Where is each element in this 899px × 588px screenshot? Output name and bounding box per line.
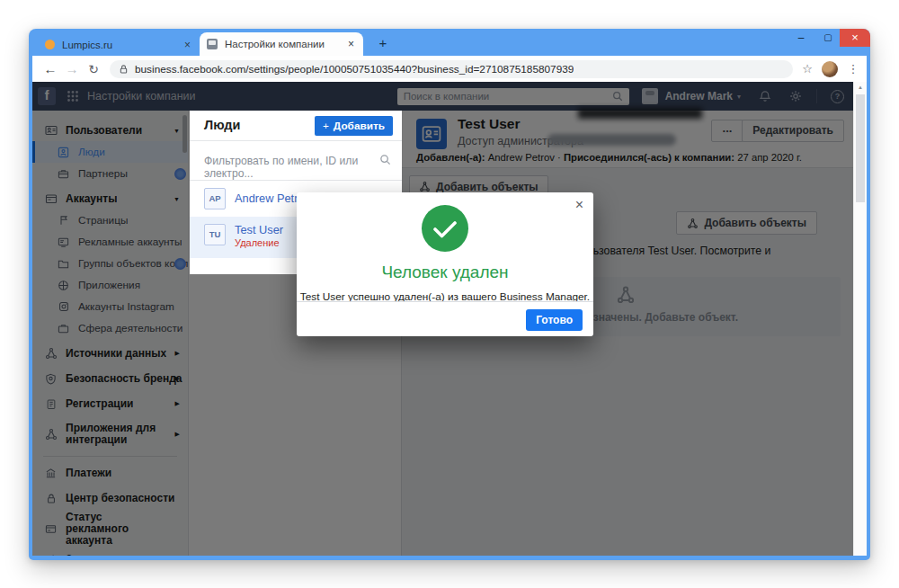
browser-tab-lumpics[interactable]: Lumpics.ru ×	[38, 33, 200, 56]
success-check-icon	[422, 205, 468, 252]
url-text: business.facebook.com/settings/people/10…	[135, 63, 574, 76]
modal-title: Человек удален	[297, 263, 593, 282]
tab-title: Lumpics.ru	[62, 40, 182, 50]
browser-titlebar: Lumpics.ru × Настройки компании × + – ▢ …	[29, 29, 870, 56]
person-initials-avatar: TU	[204, 224, 226, 245]
business-manager-favicon	[207, 39, 218, 49]
close-icon[interactable]: ×	[575, 197, 583, 213]
person-deleted-modal: × Человек удален Test User успешно удале…	[297, 192, 593, 336]
window-minimize-button[interactable]: –	[789, 29, 813, 47]
person-status: Удаление	[235, 237, 280, 248]
chrome-menu-icon[interactable]: ⋮	[847, 62, 859, 76]
search-icon	[379, 154, 391, 165]
browser-tab-business-settings[interactable]: Настройки компании ×	[200, 32, 363, 56]
add-person-button[interactable]: +Добавить	[315, 116, 393, 136]
address-bar[interactable]: business.facebook.com/settings/people/10…	[110, 60, 793, 78]
scrollbar-thumb[interactable]	[856, 94, 865, 202]
browser-body: ← → ↻ business.facebook.com/settings/peo…	[32, 56, 867, 556]
new-tab-button[interactable]: +	[372, 32, 394, 54]
window-maximize-button[interactable]: ▢	[816, 29, 840, 47]
add-person-label: Добавить	[334, 120, 385, 132]
page-scrollbar[interactable]: ▲	[853, 82, 867, 556]
modal-footer: Готово	[297, 301, 593, 336]
lumpics-favicon	[45, 40, 55, 49]
forward-icon[interactable]: →	[61, 61, 83, 76]
scroll-up-icon: ▲	[854, 85, 867, 90]
plus-icon: +	[323, 120, 329, 132]
filter-placeholder: Фильтровать по имени, ID или электро...	[204, 155, 402, 180]
done-button[interactable]: Готово	[526, 309, 583, 331]
screenshot-canvas: Lumpics.ru × Настройки компании × + – ▢ …	[0, 0, 899, 588]
person-name: Test User	[235, 223, 283, 236]
people-filter-input[interactable]: Фильтровать по имени, ID или электро...	[190, 141, 402, 181]
browser-window: Lumpics.ru × Настройки компании × + – ▢ …	[29, 29, 870, 560]
page-area: f Настройки компании Поиск в компании	[32, 82, 867, 556]
person-initials-avatar: AP	[204, 188, 226, 209]
panel-title: Люди	[204, 118, 240, 132]
reload-icon[interactable]: ↻	[83, 62, 104, 76]
people-panel-header: Люди +Добавить	[190, 111, 402, 141]
back-icon[interactable]: ←	[40, 61, 61, 76]
tab-close-icon[interactable]: ×	[346, 38, 356, 50]
tab-title: Настройки компании	[225, 39, 346, 49]
lock-icon	[119, 64, 129, 75]
tab-close-icon[interactable]: ×	[182, 39, 192, 51]
bookmark-star-icon[interactable]: ☆	[802, 62, 813, 76]
browser-toolbar: ← → ↻ business.facebook.com/settings/peo…	[32, 56, 867, 82]
chrome-profile-avatar[interactable]	[822, 61, 838, 77]
business-manager-app: f Настройки компании Поиск в компании	[32, 82, 853, 556]
window-close-button[interactable]: ×	[840, 29, 870, 47]
